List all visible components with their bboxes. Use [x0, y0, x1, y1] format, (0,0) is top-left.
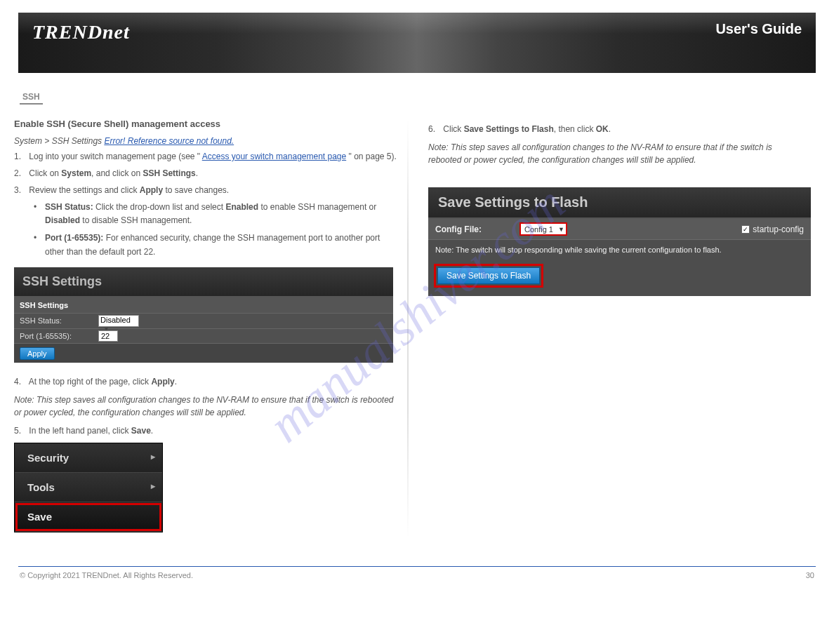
- intro-path-text: System > SSH Settings: [14, 136, 104, 146]
- step-1: 1. Log into your switch management page …: [14, 150, 400, 163]
- sidebar-tools-label: Tools: [27, 481, 55, 493]
- sidebar-item-security[interactable]: Security▸: [15, 443, 162, 473]
- bullet-2-label: Port (1-65535):: [45, 233, 106, 243]
- startup-config-checkbox[interactable]: ✓: [741, 225, 750, 234]
- step-4: 4. At the top right of the page, click A…: [14, 375, 400, 388]
- expand-icon: ▸: [151, 452, 155, 462]
- chevron-down-icon: ▼: [558, 226, 564, 233]
- step-6-text: Click Save Settings to Flash, then click…: [443, 124, 611, 134]
- footer-rule: [18, 566, 816, 567]
- top-banner: TRENDnet User's Guide: [18, 13, 816, 73]
- ssh-status-value: Disabled: [100, 316, 131, 324]
- sidebar-security-label: Security: [27, 452, 69, 464]
- step-2: 2. Click on System, and click on SSH Set…: [14, 167, 400, 180]
- step-5-num: 5.: [14, 424, 27, 437]
- ssh-port-input[interactable]: [98, 330, 118, 342]
- step-6: 6. Click Save Settings to Flash, then cl…: [428, 123, 802, 135]
- sidebar-item-save[interactable]: Save: [15, 502, 162, 532]
- tab-bar: SSH: [20, 90, 820, 105]
- step-1-post: " on page 5).: [349, 152, 397, 161]
- step-1-num: 1.: [14, 150, 27, 163]
- step-1-link[interactable]: Access your switch management page: [202, 152, 346, 161]
- bullet-port: Port (1-65535): For enhanced security, c…: [34, 232, 400, 258]
- step-3: 3. Review the settings and click Apply t…: [14, 184, 400, 196]
- step-4-text: At the top right of the page, click Appl…: [29, 377, 177, 387]
- config-file-select[interactable]: Config 1 ▼: [519, 222, 567, 236]
- config-file-value: Config 1: [522, 225, 555, 234]
- step-6-num: 6.: [428, 123, 441, 135]
- startup-config-label: startup-config: [753, 224, 804, 234]
- bullet-1-label: SSH Status:: [45, 202, 95, 212]
- doc-title: User's Guide: [715, 21, 802, 37]
- save-button-highlight: Save Settings to Flash: [434, 264, 543, 288]
- bullet-ssh-status: SSH Status: Click the drop-down list and…: [34, 201, 400, 227]
- ssh-settings-panel: SSH Settings SSH Settings SSH Status: Di…: [14, 267, 393, 363]
- save-config-label: Config File:: [435, 224, 519, 234]
- ssh-panel-subtitle: SSH Settings: [14, 297, 393, 314]
- step-6-note: Note: This step saves all configuration …: [428, 141, 802, 166]
- step-2-text: Click on System, and click on SSH Settin…: [29, 168, 198, 178]
- brand-logo: TRENDnet: [32, 21, 130, 43]
- step-5-text: In the left hand panel, click Save.: [29, 426, 153, 436]
- ssh-port-row: Port (1-65535):: [14, 329, 393, 344]
- page-number: 30: [806, 571, 814, 579]
- intro-path: System > SSH Settings Error! Reference s…: [14, 136, 400, 146]
- section-title: Enable SSH (Secure Shell) management acc…: [14, 119, 400, 129]
- sidebar-item-tools[interactable]: Tools▸: [15, 473, 162, 502]
- save-panel-note: Note: The switch will stop responding wh…: [428, 240, 811, 260]
- step-1-pre: Log into your switch management page (se…: [29, 152, 200, 161]
- intro-broken-link[interactable]: Error! Reference source not found.: [104, 136, 234, 146]
- expand-icon: ▸: [151, 481, 155, 491]
- step-4-num: 4.: [14, 375, 27, 388]
- apply-button[interactable]: Apply: [20, 347, 55, 360]
- tab-ssh: SSH: [20, 92, 43, 105]
- page-footer: © Copyright 2021 TRENDnet. All Rights Re…: [14, 571, 820, 579]
- step-4-note: Note: This step saves all configuration …: [14, 394, 400, 419]
- save-config-row: Config File: Config 1 ▼ ✓ startup-config: [428, 219, 811, 240]
- ssh-port-label: Port (1-65535):: [20, 332, 98, 340]
- ssh-panel-title: SSH Settings: [14, 267, 393, 297]
- sidebar-screenshot: Security▸ Tools▸ Save: [14, 443, 163, 532]
- copyright-text: © Copyright 2021 TRENDnet. All Rights Re…: [20, 571, 193, 579]
- step-3-text: Review the settings and click Apply to s…: [29, 185, 229, 195]
- step-5: 5. In the left hand panel, click Save.: [14, 424, 400, 437]
- ssh-status-select[interactable]: Disabled▼: [98, 315, 139, 327]
- save-settings-button[interactable]: Save Settings to Flash: [437, 267, 540, 284]
- save-panel-title: Save Settings to Flash: [428, 187, 811, 219]
- save-settings-panel: Save Settings to Flash Config File: Conf…: [428, 187, 811, 296]
- step-2-num: 2.: [14, 167, 27, 180]
- ssh-status-row: SSH Status: Disabled▼: [14, 314, 393, 329]
- sidebar-save-label: Save: [27, 511, 52, 523]
- step-3-num: 3.: [14, 184, 27, 196]
- ssh-status-label: SSH Status:: [20, 316, 98, 325]
